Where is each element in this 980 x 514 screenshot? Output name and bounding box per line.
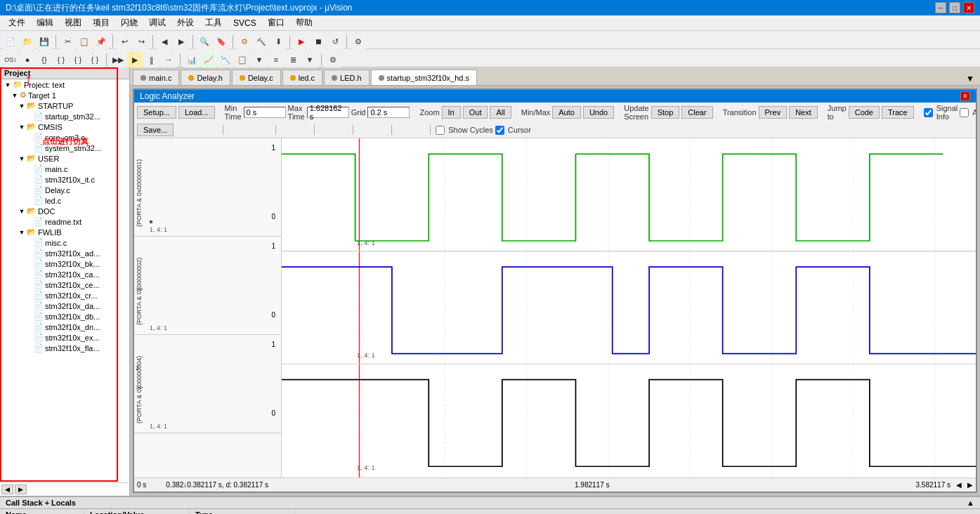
- close-button[interactable]: ✕: [963, 2, 974, 13]
- tb-rtx[interactable]: 📉: [218, 52, 233, 67]
- tab-delay-c[interactable]: Delay.c: [232, 70, 281, 85]
- tb-mem[interactable]: { }: [87, 52, 103, 67]
- tb-debug-reset[interactable]: ↺: [327, 34, 343, 49]
- la-show-cycles-check[interactable]: [436, 126, 445, 135]
- tb-cut[interactable]: ✂: [60, 34, 75, 49]
- tb-copy[interactable]: 📋: [77, 34, 92, 49]
- tree-project-root[interactable]: ▼ 📁 Project: text: [0, 79, 129, 90]
- tree-can[interactable]: 📄 stm32f10x_ca...: [0, 269, 129, 279]
- tree-user[interactable]: ▼ 📂 USER: [0, 153, 129, 164]
- tb-inst[interactable]: 📋: [235, 52, 250, 67]
- la-trace-btn[interactable]: Trace: [882, 106, 914, 119]
- la-amplitude-check[interactable]: [960, 108, 969, 117]
- tb-breakpoint[interactable]: ●: [20, 52, 35, 67]
- tree-dma[interactable]: 📄 stm32f10x_dn...: [0, 322, 129, 332]
- tab-led-c[interactable]: led.c: [282, 70, 322, 85]
- tb-watch[interactable]: {}: [37, 52, 52, 67]
- tree-stm32-it[interactable]: 📄 stm32f10x_it.c: [0, 174, 129, 185]
- tree-cmsis[interactable]: ▼ 📂 CMSIS: [0, 121, 129, 132]
- menu-debug[interactable]: 调试: [143, 15, 171, 30]
- la-close-button[interactable]: ✕: [960, 91, 970, 101]
- tb-logic[interactable]: 📊: [184, 52, 200, 67]
- menu-project[interactable]: 项目: [87, 15, 115, 30]
- menu-edit[interactable]: 编辑: [31, 15, 59, 30]
- tree-cec[interactable]: 📄 stm32f10x_ce...: [0, 279, 129, 290]
- tb-options[interactable]: ⚙: [351, 34, 366, 49]
- tb-more3[interactable]: ≣: [285, 52, 301, 67]
- la-undo-btn[interactable]: Undo: [583, 106, 614, 119]
- tree-dbgmcu[interactable]: 📄 stm32f10x_db...: [0, 311, 129, 322]
- tb-more1[interactable]: ▼: [251, 52, 267, 67]
- tree-startup[interactable]: ▼ 📂 STARTUP: [0, 100, 129, 111]
- tree-target1[interactable]: ▼ ⚙ Target 1: [0, 90, 129, 100]
- tb-locals[interactable]: { }: [53, 52, 69, 67]
- maximize-button[interactable]: □: [949, 2, 960, 13]
- tb-undo[interactable]: ↩: [117, 34, 132, 49]
- tb-bookmark[interactable]: 🔖: [214, 34, 229, 49]
- la-clear-btn[interactable]: Clear: [681, 106, 712, 119]
- menu-peripherals[interactable]: 外设: [171, 15, 200, 30]
- tb-save[interactable]: 💾: [37, 34, 52, 49]
- scroll-right[interactable]: ▶: [15, 485, 27, 494]
- tab-led-h[interactable]: LED.h: [324, 70, 370, 85]
- menu-tools[interactable]: 工具: [200, 15, 228, 30]
- tb-halt[interactable]: ‖: [144, 52, 159, 67]
- tb-rebuild[interactable]: 🔨: [254, 34, 269, 49]
- tree-doc[interactable]: ▼ 📂 DOC: [0, 206, 129, 216]
- tb-run[interactable]: ▶▶: [110, 52, 126, 67]
- tab-more-button[interactable]: ▼: [960, 72, 980, 85]
- waveform-area[interactable]: 1, 4: 1 1, 4: 1 1, 4: 1: [282, 138, 976, 477]
- tb-more2[interactable]: ≡: [268, 52, 284, 67]
- tree-adc[interactable]: 📄 stm32f10x_ad...: [0, 248, 129, 258]
- tb-more4[interactable]: ▼: [302, 52, 318, 67]
- la-setup-btn[interactable]: Setup...: [137, 106, 176, 119]
- tree-misc[interactable]: 📄 misc.c: [0, 237, 129, 248]
- tb-back[interactable]: ◀: [157, 34, 172, 49]
- la-prev-btn[interactable]: Prev: [759, 106, 788, 119]
- tree-exti[interactable]: 📄 stm32f10x_ex...: [0, 332, 129, 343]
- tree-core-cm3[interactable]: 📄 core_cm3.c: [0, 132, 129, 143]
- la-zoom-all[interactable]: All: [490, 106, 511, 119]
- tree-crc[interactable]: 📄 stm32f10x_cr...: [0, 290, 129, 301]
- tree-toggle-root[interactable]: ▼: [3, 81, 13, 88]
- tb-run2[interactable]: ▶: [127, 52, 143, 67]
- menu-view[interactable]: 视图: [59, 15, 87, 30]
- tb-new[interactable]: 📄: [3, 34, 18, 49]
- scroll-left-arrow[interactable]: ◀: [956, 481, 962, 489]
- tree-dac[interactable]: 📄 stm32f10x_da...: [0, 301, 129, 311]
- tree-main-c[interactable]: 📄 main.c: [0, 164, 129, 174]
- tree-readme[interactable]: 📄 readme.txt: [0, 216, 129, 227]
- la-code-btn[interactable]: Code: [849, 106, 880, 119]
- tb-settings2[interactable]: ⚙: [325, 52, 341, 67]
- tb-step[interactable]: →: [161, 52, 176, 67]
- tb-regs[interactable]: { }: [70, 52, 86, 67]
- tree-fwlib[interactable]: ▼ 📂 FWLIB: [0, 227, 129, 237]
- la-zoom-in[interactable]: In: [442, 106, 461, 119]
- tb-paste[interactable]: 📌: [93, 34, 109, 49]
- tb-build[interactable]: ⚙: [237, 34, 252, 49]
- menu-svcs[interactable]: SVCS: [228, 17, 262, 29]
- la-zoom-out[interactable]: Out: [463, 106, 488, 119]
- tb-redo[interactable]: ↪: [133, 34, 149, 49]
- tb-open[interactable]: 📁: [20, 34, 35, 49]
- la-save-btn[interactable]: Save...: [137, 124, 174, 136]
- tree-delay-c[interactable]: 📄 Delay.c: [0, 185, 129, 195]
- la-signal-info-check[interactable]: [924, 108, 933, 117]
- scroll-left[interactable]: ◀: [1, 485, 13, 494]
- tb-search[interactable]: 🔍: [197, 34, 212, 49]
- tb-download[interactable]: ⬇: [270, 34, 286, 49]
- la-next-btn[interactable]: Next: [789, 106, 818, 119]
- tree-startup-file[interactable]: 📄 startup_stm32...: [0, 111, 129, 121]
- minimize-button[interactable]: ─: [935, 2, 946, 13]
- tb-perf[interactable]: 📈: [201, 52, 216, 67]
- tb-debug-start[interactable]: ▶: [294, 34, 309, 49]
- resize-handle[interactable]: ▲: [967, 499, 974, 507]
- scroll-right-arrow[interactable]: ▶: [967, 481, 973, 489]
- la-cursor-check[interactable]: [495, 126, 504, 135]
- tree-flash[interactable]: 📄 stm32f10x_fla...: [0, 343, 129, 353]
- la-load-btn[interactable]: Load...: [178, 106, 215, 119]
- tb-forward[interactable]: ▶: [174, 34, 189, 49]
- tab-delay-h[interactable]: Delay.h: [181, 70, 230, 85]
- menu-file[interactable]: 文件: [3, 15, 31, 30]
- tab-startup[interactable]: startup_stm32f10x_hd.s: [371, 70, 477, 85]
